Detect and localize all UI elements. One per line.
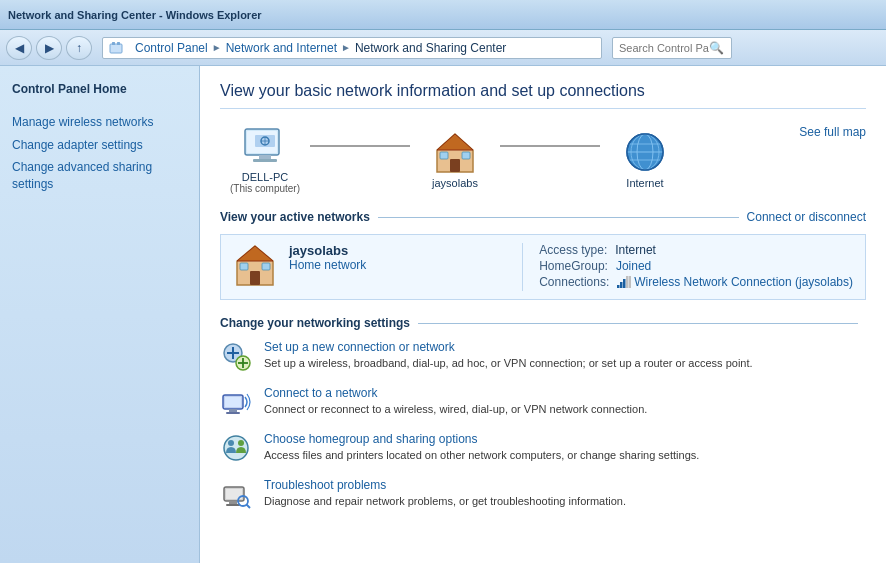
search-input[interactable] [619,42,709,54]
network-details: Access type: Internet HomeGroup: Joined … [522,243,853,291]
node-computer-label: DELL-PC [242,171,288,183]
svg-rect-49 [226,504,240,506]
detail-homegroup: HomeGroup: Joined [539,259,853,273]
settings-text-connect-network: Connect to a network Connect or reconnec… [264,386,866,417]
svg-rect-41 [229,409,237,412]
page-title: View your basic network information and … [220,82,866,109]
settings-text-homegroup: Choose homegroup and sharing options Acc… [264,432,866,463]
signal-icon [617,276,631,288]
new-connection-desc: Set up a wireless, broadband, dial-up, a… [264,356,866,371]
settings-text-troubleshoot: Troubleshoot problems Diagnose and repai… [264,478,866,509]
svg-rect-5 [259,155,271,159]
network-type-link[interactable]: Home network [289,258,366,272]
sidebar-item-change-advanced[interactable]: Change advanced sharing settings [0,156,199,196]
svg-rect-32 [629,276,631,288]
svg-rect-15 [462,152,470,159]
svg-rect-27 [262,263,270,270]
connect-disconnect-link[interactable]: Connect or disconnect [747,210,866,224]
troubleshoot-link[interactable]: Troubleshoot problems [264,478,866,492]
svg-marker-12 [437,134,473,150]
connections-value[interactable]: Wireless Network Connection (jaysolabs) [634,275,853,289]
content-area: View your basic network information and … [200,66,886,563]
node-globe: Internet [600,131,690,189]
back-button[interactable]: ◀ [6,36,32,60]
svg-rect-6 [253,159,277,162]
active-network-card: jaysolabs Home network Access type: Inte… [220,234,866,300]
detail-connections: Connections: Wireless Network Connection… [539,275,853,289]
line-2 [500,145,600,147]
search-icon[interactable]: 🔍 [709,41,724,55]
breadcrumb-current: Network and Sharing Center [355,41,506,55]
sidebar-item-manage-wireless[interactable]: Manage wireless networks [0,111,199,134]
node-globe-label: Internet [626,177,663,189]
breadcrumb-sep-2: ► [341,42,351,53]
computer-icon [240,125,290,169]
up-button[interactable]: ↑ [66,36,92,60]
network-diagram: DELL-PC (This computer) [220,125,866,194]
settings-item-homegroup: Choose homegroup and sharing options Acc… [220,432,866,464]
settings-text-new-connection: Set up a new connection or network Set u… [264,340,866,371]
svg-rect-40 [225,397,241,407]
line-1 [310,145,410,147]
svg-rect-48 [229,501,237,504]
address-bar-icon [109,41,123,55]
network-name: jaysolabs [289,243,506,258]
breadcrumb-network-internet[interactable]: Network and Internet [226,41,337,55]
see-full-map-link[interactable]: See full map [799,125,866,139]
sidebar-item-change-adapter[interactable]: Change adapter settings [0,134,199,157]
svg-point-43 [224,436,248,460]
section-line-2 [418,323,858,324]
networking-settings-header: Change your networking settings [220,316,866,330]
breadcrumb: Control Panel ► Network and Internet ► N… [135,41,506,55]
breadcrumb-sep-1: ► [212,42,222,53]
svg-line-51 [247,505,251,509]
svg-rect-13 [450,159,460,172]
globe-icon [620,131,670,175]
main-layout: Control Panel Home Manage wireless netwo… [0,66,886,563]
access-type-value: Internet [615,243,656,257]
connect-network-link[interactable]: Connect to a network [264,386,866,400]
node-computer-sublabel: (This computer) [230,183,300,194]
homegroup-icon [220,432,252,464]
settings-item-connect-network: Connect to a network Connect or reconnec… [220,386,866,418]
forward-button[interactable]: ▶ [36,36,62,60]
new-connection-icon [220,340,252,372]
svg-rect-28 [617,285,620,288]
homegroup-label: HomeGroup: [539,259,608,273]
node-router-label: jaysolabs [432,177,478,189]
homegroup-value[interactable]: Joined [616,259,651,273]
detail-access-type: Access type: Internet [539,243,853,257]
nav-bar: ◀ ▶ ↑ Control Panel ► Network and Intern… [0,30,886,66]
new-connection-link[interactable]: Set up a new connection or network [264,340,866,354]
breadcrumb-control-panel[interactable]: Control Panel [135,41,208,55]
troubleshoot-desc: Diagnose and repair network problems, or… [264,494,866,509]
svg-rect-42 [226,412,240,414]
node-router: jaysolabs [410,131,500,189]
router-icon [430,131,480,175]
homegroup-link[interactable]: Choose homegroup and sharing options [264,432,866,446]
network-house-icon [233,243,277,287]
svg-rect-29 [620,282,623,288]
active-networks-title: View your active networks [220,210,370,224]
node-computer: DELL-PC (This computer) [220,125,310,194]
connect-network-desc: Connect or reconnect to a wireless, wire… [264,402,866,417]
active-networks-header: View your active networks Connect or dis… [220,210,866,224]
svg-rect-14 [440,152,448,159]
svg-rect-26 [240,263,248,270]
troubleshoot-icon [220,478,252,510]
svg-point-45 [238,440,244,446]
section-line-1 [378,217,739,218]
settings-item-new-connection: Set up a new connection or network Set u… [220,340,866,372]
svg-rect-1 [112,42,115,45]
connections-label: Connections: [539,275,609,289]
networking-settings-title: Change your networking settings [220,316,410,330]
svg-rect-0 [110,44,122,53]
sidebar-item-control-panel-home[interactable]: Control Panel Home [0,78,199,101]
homegroup-desc: Access files and printers located on oth… [264,448,866,463]
access-type-label: Access type: [539,243,607,257]
network-info: jaysolabs Home network [289,243,506,272]
svg-point-44 [228,440,234,446]
title-bar-text: Network and Sharing Center - Windows Exp… [8,9,262,21]
connect-network-icon [220,386,252,418]
title-bar: Network and Sharing Center - Windows Exp… [0,0,886,30]
